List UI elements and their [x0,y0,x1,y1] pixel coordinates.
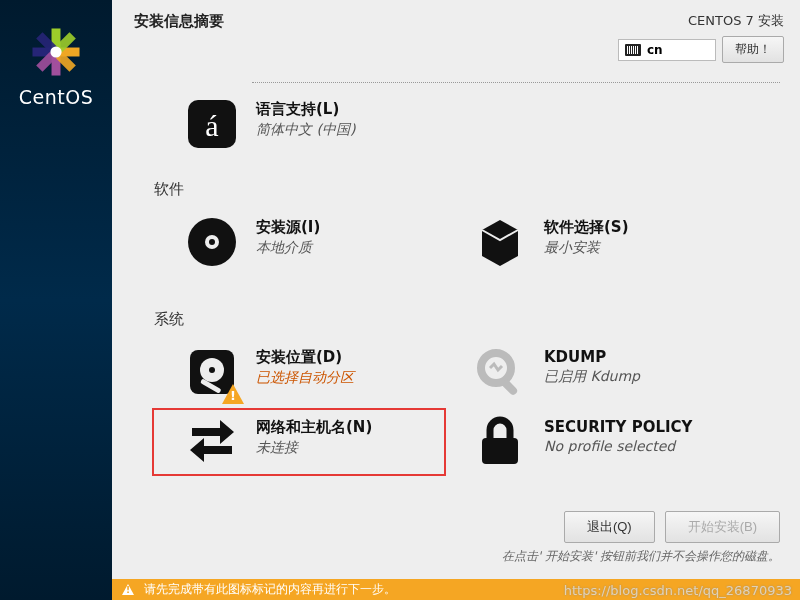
category-software: 软件 [154,180,184,199]
spoke-installation-destination[interactable]: 安装位置(D) 已选择自动分区 [184,344,354,400]
spoke-sub: 最小安装 [544,239,629,257]
keyboard-indicator[interactable]: cn [618,39,716,61]
svg-rect-20 [482,438,518,464]
spoke-title: 安装源(I) [256,218,320,237]
begin-install-button[interactable]: 开始安装(B) [665,511,780,543]
spoke-title: 语言支持(L) [256,100,355,119]
spoke-title: SECURITY POLICY [544,418,692,436]
warning-icon [122,584,134,595]
category-system: 系统 [154,310,184,329]
centos-logo-icon [28,24,84,80]
svg-point-13 [209,239,215,245]
spoke-title: 软件选择(S) [544,218,629,237]
keyboard-icon [625,44,641,56]
page-title: 安装信息摘要 [134,12,224,63]
magnifier-icon [472,344,528,400]
divider [252,82,780,83]
footer-note: 在点击' 开始安装' 按钮前我们并不会操作您的磁盘。 [502,548,780,565]
spoke-network-hostname[interactable]: 网络和主机名(N) 未连接 [184,414,372,470]
disc-icon [184,214,240,270]
footer-buttons: 退出(Q) 开始安装(B) [564,511,780,543]
spoke-language-support[interactable]: á 语言支持(L) 简体中文 (中国) [184,96,355,152]
spoke-sub: No profile selected [544,438,692,454]
watermark: https://blog.csdn.net/qq_26870933 [564,583,792,598]
svg-text:á: á [205,109,218,142]
spoke-title: KDUMP [544,348,640,366]
spoke-title: 安装位置(D) [256,348,354,367]
main-panel: 安装信息摘要 CENTOS 7 安装 cn 帮助！ á 语言支持(L) 简体中文… [112,0,800,579]
warning-text: 请先完成带有此图标标记的内容再进行下一步。 [144,581,396,598]
network-arrows-icon [184,414,240,470]
spoke-sub: 未连接 [256,439,372,457]
spoke-sub: 简体中文 (中国) [256,121,355,139]
svg-point-16 [209,367,215,373]
help-button[interactable]: 帮助！ [722,36,784,63]
spoke-title: 网络和主机名(N) [256,418,372,437]
quit-button[interactable]: 退出(Q) [564,511,655,543]
spoke-software-selection[interactable]: 软件选择(S) 最小安装 [472,214,629,270]
spoke-security-policy[interactable]: SECURITY POLICY No profile selected [472,414,692,470]
package-icon [472,214,528,270]
language-icon: á [184,96,240,152]
keyboard-layout: cn [647,43,663,57]
hdd-icon [184,344,240,400]
spoke-sub: 本地介质 [256,239,320,257]
sidebar: CentOS [0,0,112,600]
svg-point-8 [50,46,61,57]
brand-text: CentOS [19,86,93,108]
spoke-sub: 已选择自动分区 [256,369,354,387]
warning-icon [222,384,244,404]
lock-icon [472,414,528,470]
content-area: á 语言支持(L) 简体中文 (中国) 软件 安装源(I) 本地介质 [112,60,800,579]
spoke-installation-source[interactable]: 安装源(I) 本地介质 [184,214,320,270]
spoke-kdump[interactable]: KDUMP 已启用 Kdump [472,344,640,400]
spoke-sub: 已启用 Kdump [544,368,640,386]
installer-title: CENTOS 7 安装 [688,12,784,30]
